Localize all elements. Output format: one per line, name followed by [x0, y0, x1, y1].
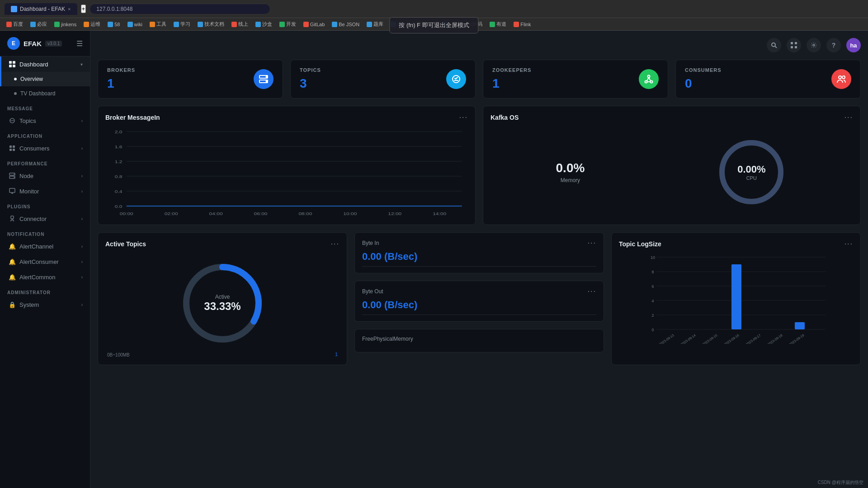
cpu-label: CPU: [737, 175, 765, 181]
sidebar-item-node-label: Node: [19, 173, 33, 179]
byte-out-card: Byte Out ··· 0.00 (B/sec): [354, 281, 604, 322]
lock-icon: 🔒: [9, 301, 16, 308]
bookmark-flink[interactable]: Flink: [511, 21, 533, 28]
svg-rect-10: [9, 149, 12, 151]
main-content: ? ha BROKERS 1 TOPICS 3: [90, 31, 868, 488]
svg-rect-16: [9, 188, 15, 192]
byte-in-menu-button[interactable]: ···: [588, 239, 596, 247]
address-bar[interactable]: 127.0.0.1:8048: [90, 4, 270, 14]
svg-text:1.6: 1.6: [115, 145, 123, 149]
browser-tab[interactable]: Dashboard - EFAK ×: [5, 3, 77, 15]
sidebar-item-alertchannel-label: AlertChannel: [19, 243, 53, 250]
search-topbar-button[interactable]: [767, 38, 781, 52]
bookmark-58[interactable]: 58: [105, 21, 123, 28]
svg-point-36: [648, 75, 650, 78]
sidebar-item-consumers-label: Consumers: [19, 145, 49, 152]
sidebar-item-node[interactable]: Node ›: [0, 168, 90, 183]
sidebar-item-topics[interactable]: Topics ›: [0, 113, 90, 128]
close-tab-button[interactable]: ×: [68, 6, 71, 12]
free-memory-card: FreePhysicalMemory: [354, 329, 604, 352]
bookmark-dev[interactable]: 开发: [277, 20, 299, 28]
section-label-message: MESSAGE: [0, 101, 90, 113]
panel-topic-logsize: Topic LogSize ··· 10 8 6 4 2 0: [611, 232, 861, 365]
grid-icon: [9, 61, 16, 68]
sidebar-item-dashboard[interactable]: Dashboard ▾: [0, 56, 90, 72]
bookmark-study[interactable]: 学习: [171, 20, 193, 28]
svg-rect-8: [9, 145, 12, 148]
sidebar-item-consumers[interactable]: Consumers ›: [0, 141, 90, 156]
hamburger-button[interactable]: ☰: [76, 39, 83, 48]
stat-brokers-label: BROKERS: [107, 67, 135, 73]
bookmark-youdao[interactable]: 有道: [487, 20, 509, 28]
bookmark-tools[interactable]: 工具: [147, 20, 169, 28]
sidebar-item-tv-dashboard[interactable]: TV Dashboard: [0, 86, 90, 101]
bookmark-wiki[interactable]: wiki: [125, 21, 145, 28]
bookmark-online[interactable]: 线上: [229, 20, 251, 28]
kafka-os-menu-button[interactable]: ···: [844, 113, 853, 122]
byte-out-value: 0.00 (B/sec): [362, 299, 596, 311]
consumers-stat-icon: [831, 69, 851, 89]
active-topics-menu-button[interactable]: ···: [331, 240, 340, 248]
memory-metric: 0.0% Memory: [556, 161, 585, 183]
bookmark-yunwei[interactable]: 运维: [81, 20, 103, 28]
sidebar-item-connector[interactable]: Connector ›: [0, 211, 90, 226]
svg-point-38: [651, 81, 653, 83]
sidebar-item-alertchannel[interactable]: 🔔 AlertChannel ›: [0, 239, 90, 254]
sidebar-item-alertconsumer[interactable]: 🔔 AlertConsumer ›: [0, 254, 90, 269]
svg-rect-27: [795, 42, 797, 44]
svg-point-5: [11, 120, 12, 121]
new-tab-button[interactable]: +: [81, 5, 86, 13]
bookmark-questions[interactable]: 题库: [364, 20, 386, 28]
settings-topbar-button[interactable]: [807, 38, 821, 52]
bookmark-techdocs[interactable]: 技术文档: [195, 20, 227, 28]
svg-point-6: [12, 120, 13, 121]
memory-value: 0.0%: [556, 161, 585, 175]
browser-bar: Dashboard - EFAK × + 127.0.0.1:8048: [0, 0, 868, 18]
svg-rect-11: [13, 149, 15, 151]
stat-card-consumers[interactable]: CONSUMERS 0: [675, 60, 861, 99]
svg-text:2023-09-15: 2023-09-15: [702, 333, 718, 344]
chevron-right-icon6: ›: [81, 244, 83, 249]
sidebar-item-system[interactable]: 🔒 System ›: [0, 297, 90, 312]
sidebar-item-topics-label: Topics: [19, 117, 36, 124]
free-memory-header: FreePhysicalMemory: [362, 336, 596, 342]
svg-rect-9: [13, 145, 15, 148]
svg-text:0: 0: [651, 328, 654, 332]
bubble-icon: [9, 117, 16, 124]
stat-card-topics[interactable]: TOPICS 3: [290, 60, 476, 99]
svg-text:10: 10: [651, 255, 655, 260]
section-label-plugins: PLUGINS: [0, 199, 90, 211]
stat-brokers-value: 1: [107, 76, 135, 91]
topic-logsize-menu-button[interactable]: ···: [844, 240, 853, 248]
bookmark-baidu[interactable]: 百度: [4, 20, 26, 28]
sidebar-item-monitor[interactable]: Monitor ›: [0, 183, 90, 199]
sidebar-item-alertcommon[interactable]: 🔔 AlertCommon ›: [0, 269, 90, 285]
stat-card-brokers-content: BROKERS 1: [107, 67, 135, 91]
svg-rect-0: [9, 61, 12, 64]
cpu-value: 0.00%: [737, 164, 765, 175]
user-avatar[interactable]: ha: [846, 38, 861, 52]
bell3-icon: 🔔: [9, 273, 16, 281]
stat-card-zookeepers[interactable]: ZOOKEEPERS 1: [483, 60, 668, 99]
tab-title: Dashboard - EFAK: [20, 6, 65, 12]
stat-topics-label: TOPICS: [300, 67, 321, 73]
grid-topbar-button[interactable]: [787, 38, 801, 52]
chevron-right-icon5: ›: [81, 216, 83, 221]
sidebar-item-overview[interactable]: Overview: [0, 72, 90, 86]
bookmark-sandbox[interactable]: 沙盒: [253, 20, 275, 28]
help-topbar-button[interactable]: ?: [826, 38, 841, 52]
bookmark-gitlab[interactable]: GitLab: [301, 21, 327, 28]
stat-card-brokers[interactable]: BROKERS 1: [98, 60, 283, 99]
panel-kafka-os: Kafka OS ··· 0.0% Memory: [483, 106, 861, 225]
bookmark-jinkens[interactable]: jinkens: [52, 21, 79, 28]
svg-text:2023-09-14: 2023-09-14: [680, 333, 697, 344]
sidebar-item-overview-label: Overview: [20, 76, 43, 82]
broker-message-menu-button[interactable]: ···: [459, 113, 468, 122]
bookmark-bing[interactable]: 必应: [28, 20, 50, 28]
byte-out-menu-button[interactable]: ···: [588, 287, 596, 296]
bookmark-json[interactable]: Be JSON: [329, 21, 362, 28]
app-brand: EFAK: [24, 40, 42, 47]
kafka-os-header: Kafka OS ···: [491, 113, 853, 122]
svg-rect-3: [13, 65, 15, 67]
svg-text:0.8: 0.8: [115, 174, 123, 179]
